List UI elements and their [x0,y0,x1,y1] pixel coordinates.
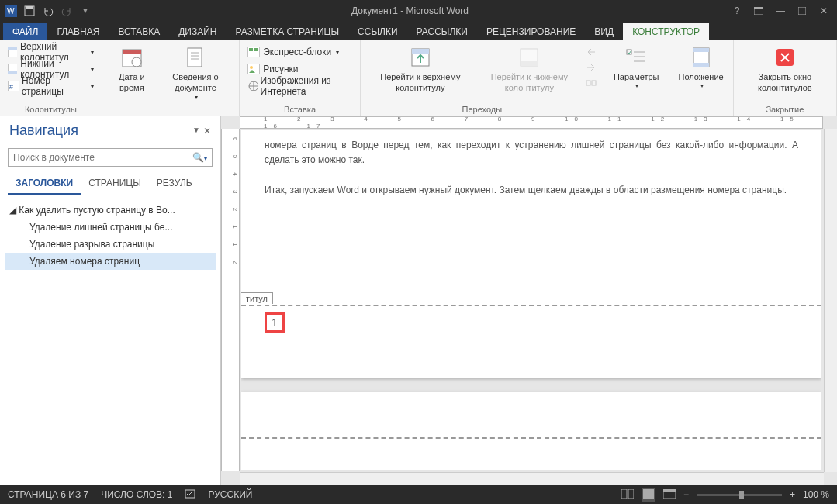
svg-rect-16 [188,48,202,67]
proofing-icon[interactable] [185,488,195,502]
next-icon[interactable] [585,62,597,78]
nav-item[interactable]: Удаление лишней страницы бе... [5,219,216,236]
tab-mailings[interactable]: РАССЫЛКИ [407,23,477,40]
footer-tab-label: титул [241,292,273,304]
titlebar: W ▼ Документ1 - Microsoft Word ? — ✕ [0,0,837,22]
position-button[interactable]: Положение▾ [674,43,728,92]
page-number-highlight[interactable]: 1 [265,312,285,333]
tab-review[interactable]: РЕЦЕНЗИРОВАНИЕ [477,23,585,40]
read-mode-icon[interactable] [621,489,634,501]
redo-icon[interactable] [59,3,74,19]
params-button[interactable]: Параметры▾ [609,43,664,92]
minimize-icon[interactable]: — [770,3,790,19]
statusbar: СТРАНИЦА 6 ИЗ 7 ЧИСЛО СЛОВ: 1 РУССКИЙ − … [0,485,837,504]
svg-rect-27 [586,81,590,85]
goto-footer-button[interactable]: Перейти к нижнему колонтитулу [476,43,583,95]
svg-rect-24 [412,49,429,54]
tab-design[interactable]: ДИЗАЙН [169,23,226,40]
position-icon [689,45,714,70]
nav-close-icon[interactable]: ✕ [203,126,211,136]
page[interactable] [241,392,821,470]
document-icon [183,45,208,70]
nav-tab-pages[interactable]: СТРАНИЦЫ [81,173,149,195]
close-header-footer-button[interactable]: Закрыть окно колонтитулов [738,43,832,95]
prev-icon[interactable] [585,47,597,62]
nav-tab-headings[interactable]: ЗАГОЛОВКИ [8,173,81,195]
nav-tab-results[interactable]: РЕЗУЛЬ [149,173,200,195]
doc-info-button[interactable]: Сведения о документе▾ [157,43,234,103]
tab-layout[interactable]: РАЗМЕТКА СТРАНИЦЫ [227,23,349,40]
svg-rect-14 [123,50,141,54]
svg-rect-35 [621,489,627,499]
print-layout-icon[interactable] [642,488,655,502]
tab-home[interactable]: ГЛАВНАЯ [47,23,109,40]
status-language[interactable]: РУССКИЙ [208,489,252,500]
svg-rect-19 [254,48,258,51]
svg-text:#: # [9,83,13,91]
ribbon-display-icon[interactable] [749,3,769,19]
group-label-insert: Вставка [240,103,360,116]
svg-rect-31 [693,48,709,52]
workspace: Навигация ▼✕ 🔍▾ ЗАГОЛОВКИ СТРАНИЦЫ РЕЗУЛ… [0,116,837,485]
svg-rect-36 [628,489,634,499]
svg-rect-26 [521,61,538,66]
link-icon[interactable] [585,78,597,93]
quick-parts-button[interactable]: Экспресс-блоки▾ [244,43,355,60]
svg-rect-3 [26,6,33,9]
goto-header-button[interactable]: Перейти к верхнему колонтитулу [365,43,476,95]
page[interactable]: номера страниц в Ворде перед тем, как пе… [241,130,821,378]
tab-constructor[interactable]: КОНСТРУКТОР [623,23,709,40]
nav-dropdown-icon[interactable]: ▼ [192,126,200,136]
help-icon[interactable]: ? [727,3,747,19]
close-icon[interactable]: ✕ [814,3,834,19]
nav-item-selected[interactable]: Удаляем номера страниц [5,253,216,270]
svg-rect-37 [643,489,654,499]
page-number-button[interactable]: #Номер страницы▾ [5,78,97,95]
vertical-ruler[interactable]: 6 5 4 3 2 1 1 2 [221,129,240,471]
maximize-icon[interactable] [792,3,812,19]
svg-rect-32 [693,63,709,67]
nav-item[interactable]: ◢ Как удалить пустую страницу в Во... [5,202,216,219]
paragraph: номера страниц в Ворде перед тем, как пе… [265,138,798,167]
qat-dropdown-icon[interactable]: ▼ [78,3,93,19]
close-x-icon [773,45,797,70]
nav-item[interactable]: Удаление разрыва страницы [5,236,216,253]
web-layout-icon[interactable] [663,489,676,501]
horizontal-scrollbar[interactable] [240,472,824,485]
document-area: 1 · 2 · 3 · 4 · 5 · 6 · 7 · 8 · 9 · 10 ·… [221,116,837,485]
tab-references[interactable]: ССЫЛКИ [348,23,406,40]
paragraph: Итак, запускаем Word и открываем нужный … [265,183,798,198]
search-input[interactable] [13,152,192,163]
search-icon[interactable]: 🔍▾ [192,152,207,163]
status-words[interactable]: ЧИСЛО СЛОВ: 1 [101,489,172,500]
svg-rect-5 [754,7,763,9]
svg-point-21 [250,66,253,69]
goto-footer-icon [517,45,541,70]
undo-icon[interactable] [40,3,56,19]
goto-header-icon [408,45,433,70]
ribbon: Верхний колонтитул▾ Нижний колонтитул▾ #… [0,40,837,116]
svg-rect-10 [8,71,17,74]
tab-file[interactable]: ФАЙЛ [3,23,47,40]
zoom-in-icon[interactable]: + [790,489,795,500]
save-icon[interactable] [22,3,37,19]
zoom-out-icon[interactable]: − [683,489,689,500]
footer-area[interactable]: титул 1 [241,305,821,378]
svg-rect-39 [663,489,676,492]
svg-rect-8 [8,47,17,50]
zoom-level[interactable]: 100 % [803,489,829,500]
date-time-button[interactable]: Дата и время [107,43,157,95]
group-label-nav: Переходы [361,103,604,116]
checklist-icon [624,45,649,70]
nav-search[interactable]: 🔍▾ [8,148,213,167]
navigation-pane: Навигация ▼✕ 🔍▾ ЗАГОЛОВКИ СТРАНИЦЫ РЕЗУЛ… [0,116,221,485]
tab-view[interactable]: ВИД [585,23,623,40]
nav-title: Навигация [9,123,78,139]
vertical-scrollbar[interactable] [824,129,837,472]
header-area[interactable] [241,392,821,439]
horizontal-ruler[interactable]: 1 · 2 · 3 · 4 · 5 · 6 · 7 · 8 · 9 · 10 ·… [240,116,823,129]
status-page[interactable]: СТРАНИЦА 6 ИЗ 7 [8,489,88,500]
online-pictures-button[interactable]: Изображения из Интернета [244,78,355,95]
zoom-slider[interactable] [697,494,782,496]
tab-insert[interactable]: ВСТАВКА [109,23,169,40]
